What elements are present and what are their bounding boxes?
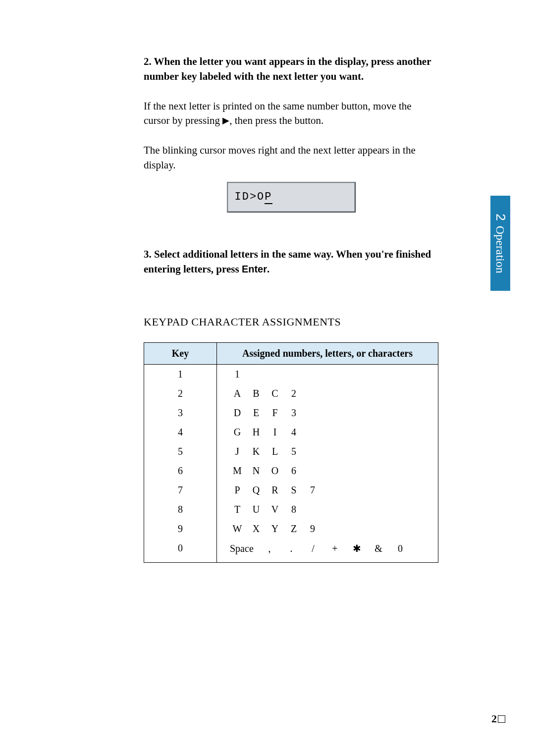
char: . [280, 543, 302, 554]
char: F [266, 407, 284, 419]
key-cell: 5 [144, 442, 217, 461]
table-header-row: Key Assigned numbers, letters, or charac… [144, 342, 438, 364]
char: U [247, 504, 266, 515]
page-number: 2 [491, 712, 505, 725]
table-row: 8TUV8 [144, 500, 438, 519]
char: & [368, 543, 389, 554]
char: J [228, 446, 247, 457]
char: N [247, 465, 266, 477]
char: G [228, 427, 247, 438]
chapter-tab: 2Operation [490, 196, 510, 291]
step-2-p1-b: , then press the button. [229, 114, 323, 126]
char: 8 [284, 504, 303, 515]
step-3-heading: 3. Select additional letters in the same… [144, 247, 438, 277]
key-cell: 4 [144, 423, 217, 442]
step-2: 2. When the letter you want appears in t… [144, 54, 438, 213]
right-arrow-icon: ▶ [222, 114, 229, 127]
char: 2 [284, 388, 303, 399]
step-2-paragraph-1: If the next letter is printed on the sam… [144, 99, 438, 129]
char: ✱ [346, 542, 368, 554]
table-row: 9WXYZ9 [144, 519, 438, 539]
char: B [247, 388, 266, 399]
char: A [228, 388, 247, 399]
key-cell: 3 [144, 403, 217, 423]
chapter-label: Operation [494, 225, 507, 273]
char: 9 [303, 523, 322, 535]
key-cell: 9 [144, 519, 217, 539]
value-cell: GHI4 [217, 423, 438, 442]
char: E [247, 407, 266, 419]
lcd-cursor-char: P [265, 191, 272, 204]
table-row: 3DEF3 [144, 403, 438, 423]
char: W [228, 523, 247, 535]
char: T [228, 504, 247, 515]
char: O [266, 465, 284, 477]
char: K [247, 446, 266, 457]
step-2-heading: 2. When the letter you want appears in t… [144, 54, 438, 84]
step-3-text-a: 3. Select additional letters in the same… [144, 248, 431, 275]
table-row: 11 [144, 364, 438, 384]
char: M [228, 465, 247, 477]
section-heading: KEYPAD CHARACTER ASSIGNMENTS [144, 316, 438, 328]
char: I [266, 427, 284, 438]
key-cell: 8 [144, 500, 217, 519]
table-row: 7PQRS7 [144, 481, 438, 500]
char: 3 [284, 407, 303, 419]
char: 5 [284, 446, 303, 457]
header-key: Key [144, 342, 217, 364]
char: L [266, 446, 284, 457]
page-number-digit: 2 [491, 712, 497, 725]
main-content: 2. When the letter you want appears in t… [144, 54, 438, 563]
char: 1 [228, 369, 247, 380]
char: X [247, 523, 266, 535]
lcd-display: ID>OP [227, 182, 356, 213]
char: Q [247, 485, 266, 496]
table-row: 4GHI4 [144, 423, 438, 442]
lcd-display-text: ID>OP [235, 191, 272, 203]
char: D [228, 407, 247, 419]
header-value: Assigned numbers, letters, or characters [217, 342, 438, 364]
char: Y [266, 523, 284, 535]
key-cell: 6 [144, 461, 217, 481]
key-cell: 1 [144, 364, 217, 384]
table-row: 6MNO6 [144, 461, 438, 481]
key-cell: 2 [144, 384, 217, 403]
value-cell: TUV8 [217, 500, 438, 519]
key-cell: 0 [144, 539, 217, 563]
page: 2. When the letter you want appears in t… [0, 0, 535, 756]
char: C [266, 388, 284, 399]
char: 6 [284, 465, 303, 477]
char: / [302, 543, 324, 554]
value-cell: ABC2 [217, 384, 438, 403]
char: P [228, 485, 247, 496]
value-cell: PQRS7 [217, 481, 438, 500]
char: , [259, 543, 280, 554]
step-3-text-b: . [267, 263, 269, 275]
char: 7 [303, 485, 322, 496]
value-cell: 1 [217, 364, 438, 384]
step-2-paragraph-2: The blinking cursor moves right and the … [144, 143, 438, 173]
lcd-prefix: ID>O [235, 191, 265, 203]
table-row: 2ABC2 [144, 384, 438, 403]
keypad-table: Key Assigned numbers, letters, or charac… [144, 342, 438, 563]
char: S [284, 485, 303, 496]
value-cell: JKL5 [217, 442, 438, 461]
char: R [266, 485, 284, 496]
step-3: 3. Select additional letters in the same… [144, 247, 438, 277]
value-cell: WXYZ9 [217, 519, 438, 539]
char: 0 [389, 543, 411, 554]
char: V [266, 504, 284, 515]
char: 4 [284, 427, 303, 438]
char: + [324, 543, 346, 554]
char: Z [284, 523, 303, 535]
table-row: 5JKL5 [144, 442, 438, 461]
enter-key-label: Enter [242, 264, 267, 274]
chapter-number: 2 [493, 214, 508, 220]
table-row: 0Space,./+✱&0 [144, 539, 438, 563]
value-cell: DEF3 [217, 403, 438, 423]
page-number-box-icon [498, 715, 505, 723]
key-cell: 7 [144, 481, 217, 500]
char: Space [228, 543, 259, 554]
chapter-tab-inner: 2Operation [493, 214, 508, 273]
value-cell: Space,./+✱&0 [217, 539, 438, 563]
